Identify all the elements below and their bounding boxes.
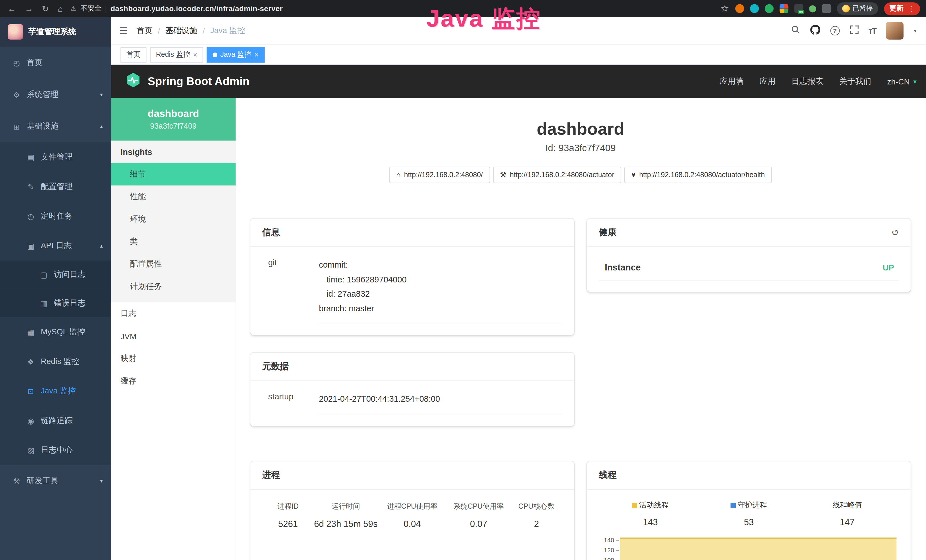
security-warning-icon: ⚠	[70, 5, 76, 12]
sidebar-item-label: 首页	[27, 58, 42, 68]
process-card: 进程 进程ID 5261 运行时间	[250, 461, 574, 560]
sidebar-item-label: Java 监控	[41, 386, 76, 396]
instance-nav-jvm[interactable]: JVM	[111, 325, 236, 348]
sidebar-item-scheduled-tasks[interactable]: ◷ 定时任务	[0, 201, 111, 231]
y-tick: 100	[604, 557, 614, 560]
extension-icon[interactable]	[750, 4, 759, 13]
breadcrumb-current: Java 监控	[210, 26, 245, 36]
update-button[interactable]: 更新 ⋮	[884, 2, 920, 15]
search-icon[interactable]	[791, 25, 800, 36]
sba-link-wallboard[interactable]: 应用墙	[720, 76, 744, 87]
health-row-instance[interactable]: Instance UP	[599, 257, 899, 281]
health-url-button[interactable]: ♥ http://192.168.0.2:48080/actuator/heal…	[624, 166, 772, 183]
sidebar-item-java-monitor[interactable]: ⊡ Java 监控	[0, 376, 111, 406]
paused-badge[interactable]: 已暂停	[837, 2, 878, 15]
insight-item-config-props[interactable]: 配置属性	[111, 253, 236, 275]
sidebar-item-trace[interactable]: ◉ 链路追踪	[0, 406, 111, 436]
sidebar-item-label: 链路追踪	[41, 415, 73, 426]
grid-icon: ⊞	[12, 122, 21, 131]
instance-nav-mappings[interactable]: 映射	[111, 348, 236, 370]
avatar[interactable]	[886, 22, 904, 40]
page-title: dashboard	[250, 119, 911, 139]
instance-id: 93a3fc7f7409	[150, 122, 197, 131]
extension-icon[interactable]	[764, 4, 773, 13]
process-stat-pid: 进程ID 5261	[263, 501, 313, 528]
sidebar-item-file-management[interactable]: ▤ 文件管理	[0, 142, 111, 172]
instance-sidebar: dashboard 93a3fc7f7409 Insights 细节 性能 环境…	[111, 98, 236, 560]
help-icon[interactable]: ?	[830, 26, 840, 35]
forward-icon[interactable]: →	[25, 4, 33, 13]
insight-item-metrics[interactable]: 性能	[111, 185, 236, 208]
breadcrumb-home[interactable]: 首页	[136, 26, 153, 36]
bookmark-star-icon[interactable]: ☆	[721, 3, 729, 14]
tags-view-bar: 首页 Redis 监控 × Java 监控 ×	[111, 44, 926, 65]
insight-item-environment[interactable]: 环境	[111, 208, 236, 230]
process-stat-system-cpu: 系统CPU使用率 0.07	[445, 501, 512, 528]
tab-home[interactable]: 首页	[120, 47, 146, 62]
sidebar-item-redis-monitor[interactable]: ❖ Redis 监控	[0, 347, 111, 377]
history-refresh-icon[interactable]: ↺	[891, 227, 899, 238]
insight-item-details[interactable]: 细节	[111, 163, 236, 186]
sidebar-item-log-center[interactable]: ▨ 日志中心	[0, 435, 111, 465]
threads-card: 线程 活动线程 143 守护进程	[587, 461, 911, 560]
legend-live-threads: 活动线程 143	[601, 500, 699, 527]
address-bar[interactable]: ⚠ 不安全 dashboard.yudao.iocoder.cn/infra/a…	[70, 3, 721, 14]
instance-nav-logs[interactable]: 日志	[111, 303, 236, 325]
service-url-button[interactable]: ⌂ http://192.168.0.2:48080/	[389, 166, 490, 183]
sidebar-item-label: 配置管理	[41, 182, 73, 192]
chevron-up-icon: ▴	[100, 124, 103, 130]
extensions-puzzle-icon[interactable]	[779, 4, 788, 13]
insight-item-scheduled-tasks[interactable]: 计划任务	[111, 275, 236, 298]
reload-icon[interactable]: ↻	[42, 4, 49, 13]
sidebar-item-dev-tools[interactable]: ⚒ 研发工具 ▾	[0, 465, 111, 497]
git-id-line: id: 27aa832	[319, 286, 562, 301]
font-size-icon[interactable]: тT	[869, 26, 876, 35]
tab-label: 首页	[126, 50, 141, 60]
chevron-down-icon[interactable]: ▾	[914, 28, 916, 34]
annotation-overlay: Java 监控	[426, 2, 541, 35]
threads-chart: 140 120 100	[599, 535, 899, 560]
browser-home-icon[interactable]: ⌂	[57, 4, 63, 13]
close-icon[interactable]: ×	[193, 50, 197, 59]
main-sidebar: 芋道管理系统 ◴ 首页 ⚙ 系统管理 ▾ ⊞ 基础设施 ▴ ▤ 文件管理 ✎	[0, 17, 111, 560]
sidebar-item-access-log[interactable]: ▢ 访问日志	[0, 260, 111, 289]
app-logo[interactable]: 芋道管理系统	[0, 17, 111, 47]
breadcrumb-infrastructure[interactable]: 基础设施	[165, 26, 197, 36]
instance-nav-caches[interactable]: 缓存	[111, 370, 236, 392]
close-icon[interactable]: ×	[254, 50, 259, 59]
back-icon[interactable]: ←	[8, 4, 16, 13]
sba-brand[interactable]: Spring Boot Admin	[125, 72, 250, 91]
legend-value: 147	[798, 517, 896, 527]
sba-link-about[interactable]: 关于我们	[839, 76, 871, 87]
fullscreen-icon[interactable]	[850, 25, 858, 36]
tab-java-monitor[interactable]: Java 监控 ×	[207, 47, 264, 62]
extension-icon[interactable]	[809, 5, 816, 12]
sidebar-item-config-management[interactable]: ✎ 配置管理	[0, 172, 111, 202]
extension-icon[interactable]: on	[794, 4, 803, 13]
extension-icon[interactable]	[735, 4, 744, 13]
paused-label: 已暂停	[852, 4, 873, 13]
sidebar-item-error-log[interactable]: ▥ 错误日志	[0, 289, 111, 317]
locale-selector[interactable]: zh-CN ▾	[887, 77, 917, 86]
process-stat-uptime: 运行时间 6d 23h 15m 59s	[313, 501, 379, 528]
chart-y-axis: 140 120 100	[599, 535, 619, 560]
health-url: http://192.168.0.2:48080/actuator/health	[639, 171, 765, 179]
hamburger-icon[interactable]: ☰	[119, 25, 128, 36]
sidebar-item-api-log[interactable]: ▣ API 日志 ▴	[0, 231, 111, 261]
github-icon[interactable]	[810, 24, 820, 37]
stat-value: 0.04	[379, 518, 445, 528]
sba-link-applications[interactable]: 应用	[760, 76, 775, 87]
sidebar-item-system[interactable]: ⚙ 系统管理 ▾	[0, 79, 111, 110]
tab-redis-monitor[interactable]: Redis 监控 ×	[150, 47, 203, 62]
git-branch-line: branch: master	[319, 301, 562, 316]
browser-menu-icon[interactable]: ⋮	[908, 5, 915, 13]
sidebar-item-home[interactable]: ◴ 首页	[0, 47, 111, 79]
sidebar-item-infrastructure[interactable]: ⊞ 基础设施 ▴	[0, 110, 111, 142]
insight-item-classes[interactable]: 类	[111, 230, 236, 253]
sidebar-item-mysql-monitor[interactable]: ▦ MySQL 监控	[0, 317, 111, 347]
sidebar-item-label: Redis 监控	[41, 356, 79, 367]
extension-icon[interactable]	[822, 4, 831, 13]
metadata-key: startup	[262, 392, 319, 415]
actuator-url-button[interactable]: ⚒ http://192.168.0.2:48080/actuator	[493, 166, 622, 183]
sba-link-journal[interactable]: 日志报表	[791, 76, 823, 87]
